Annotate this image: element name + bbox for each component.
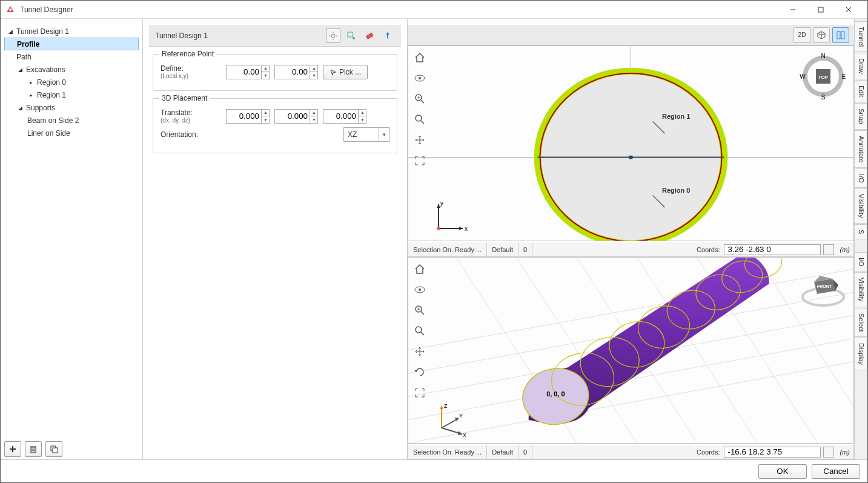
tree-item-path[interactable]: Path (4, 50, 139, 63)
tab-io[interactable]: I/O (855, 168, 867, 188)
region0-label: Region 0 (662, 187, 690, 194)
tree-item-liner[interactable]: Liner on Side (4, 127, 139, 139)
tab-edit[interactable]: Edit (855, 80, 867, 102)
tab-display-b[interactable]: Display (855, 338, 867, 370)
svg-marker-84 (440, 405, 443, 409)
fit-icon[interactable] (412, 385, 428, 401)
svg-text:N: N (821, 53, 825, 59)
zoom-in-icon[interactable] (412, 302, 428, 318)
svg-rect-2 (818, 7, 823, 12)
chevron-down-icon[interactable]: ◢ (16, 105, 24, 111)
chevron-right-icon[interactable]: ▸ (27, 92, 35, 98)
orientation-select[interactable]: XZ (343, 127, 389, 142)
tab-select-b[interactable]: Select (855, 308, 867, 338)
tree-item-region0[interactable]: ▸Region 0 (4, 76, 139, 88)
svg-line-85 (442, 419, 458, 428)
svg-line-77 (421, 311, 424, 315)
side-tabs-bottom: I/O Visibility Select Display (854, 250, 867, 459)
svg-point-42 (437, 227, 440, 230)
coords-input-2d[interactable] (724, 244, 821, 255)
svg-point-75 (419, 288, 421, 291)
viewcube-3d[interactable]: FRONT (799, 264, 847, 312)
coords-input-3d[interactable] (724, 447, 821, 458)
statusbar-2d: Selection On. Ready ... Default 0 Coords… (408, 242, 854, 257)
tree-item-excavations[interactable]: ◢Excavations (4, 63, 139, 76)
chevron-down-icon[interactable]: ◢ (7, 28, 14, 35)
svg-marker-39 (459, 227, 463, 230)
tab-draw[interactable]: Draw (855, 53, 867, 79)
svg-rect-29 (629, 156, 633, 159)
tree-item-supports[interactable]: ◢Supports (4, 101, 139, 114)
pan-icon[interactable] (412, 344, 428, 359)
spinner[interactable]: ▲▼ (261, 65, 270, 79)
app-icon (5, 5, 15, 15)
svg-text:y: y (440, 200, 443, 207)
svg-point-31 (419, 77, 421, 79)
orbit-icon[interactable] (412, 364, 428, 380)
pick-coords-icon[interactable] (823, 447, 834, 458)
tab-visibility-b[interactable]: Visibility (855, 272, 867, 307)
pick-button[interactable]: Pick ... (323, 65, 368, 79)
reference-point-group: Reference Point Define: (Local x,y) ▲▼ ▲… (153, 54, 397, 91)
tab-s[interactable]: S (855, 224, 867, 239)
tree-root[interactable]: ◢Tunnel Design 1 (4, 25, 139, 38)
maximize-button[interactable] (807, 1, 835, 19)
minimize-button[interactable] (779, 1, 807, 19)
pin-icon[interactable] (380, 28, 395, 43)
properties-panel: Tunnel Design 1 Reference Point Define: … (143, 19, 408, 459)
chevron-right-icon[interactable]: ▸ (27, 79, 35, 85)
ok-button[interactable]: OK (758, 464, 807, 479)
axis-gizmo-3d: Z Y X (432, 401, 469, 437)
home-icon[interactable] (412, 50, 428, 65)
spinner[interactable]: ▲▼ (310, 65, 318, 79)
tab-tunnel[interactable]: Tunnel (855, 21, 867, 52)
zoom-icon[interactable] (412, 323, 428, 339)
viewport-3d[interactable]: 0, 0, 0 Z (408, 257, 854, 444)
svg-text:0, 0, 0: 0, 0, 0 (546, 391, 565, 398)
translate-label: Translate: (161, 108, 221, 117)
delete-button[interactable] (25, 441, 42, 457)
add-shape-icon[interactable] (344, 28, 359, 43)
svg-text:W: W (800, 73, 806, 80)
svg-rect-13 (53, 448, 58, 453)
svg-rect-23 (841, 32, 844, 39)
tab-annotate[interactable]: Annotate (855, 130, 867, 168)
chevron-down-icon[interactable]: ◢ (16, 67, 24, 73)
cancel-button[interactable]: Cancel (812, 464, 860, 479)
svg-text:TOP: TOP (818, 75, 829, 80)
add-button[interactable] (4, 441, 21, 457)
view-2d-button[interactable]: 2D (793, 27, 810, 43)
eye-icon[interactable] (412, 70, 428, 86)
home-icon[interactable] (412, 261, 428, 277)
pan-icon[interactable] (412, 132, 428, 148)
pick-coords-icon[interactable] (823, 244, 834, 255)
tree-item-region1[interactable]: ▸Region 1 (4, 88, 139, 101)
titlebar: Tunnel Designer (1, 1, 867, 19)
eraser-icon[interactable] (362, 28, 377, 43)
orientation-label: Orientation: (161, 130, 221, 139)
tab-visibility[interactable]: Visibility (855, 188, 867, 224)
svg-text:X: X (463, 432, 466, 437)
zoom-in-icon[interactable] (412, 91, 428, 107)
spinner[interactable]: ▲▼ (310, 109, 318, 124)
zoom-icon[interactable] (412, 112, 428, 127)
dialog-buttons: OK Cancel (1, 459, 867, 482)
spinner[interactable]: ▲▼ (261, 109, 270, 124)
viewport-2d[interactable]: Region 1 Region 0 (408, 45, 854, 241)
tree-item-profile[interactable]: Profile (4, 38, 139, 50)
fit-icon[interactable] (412, 153, 428, 168)
spinner[interactable]: ▲▼ (358, 109, 366, 124)
tree-item-beam[interactable]: Beam on Side 2 (4, 114, 139, 127)
close-button[interactable] (835, 1, 863, 19)
svg-text:Y: Y (459, 413, 463, 419)
view-split-button[interactable] (832, 27, 849, 43)
tab-snap[interactable]: Snap (855, 103, 867, 130)
svg-rect-19 (348, 32, 353, 37)
view-3d-button[interactable] (813, 27, 830, 43)
sun-icon[interactable] (326, 28, 340, 43)
svg-text:x: x (465, 225, 468, 232)
compass-top[interactable]: TOP N E S W (799, 52, 847, 101)
copy-button[interactable] (45, 441, 62, 457)
tab-io-b[interactable]: I/O (855, 252, 867, 272)
eye-icon[interactable] (412, 282, 428, 298)
